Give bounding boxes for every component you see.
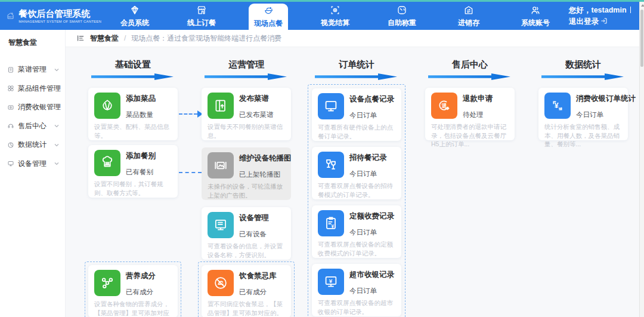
column-header: 数据统计 bbox=[538, 59, 628, 73]
card-stat-link[interactable]: 已有成分 bbox=[239, 288, 277, 297]
fixed-fee-icon: ¥ bbox=[323, 215, 339, 232]
nutrition-icon bbox=[99, 275, 116, 291]
flow-connector bbox=[179, 113, 197, 115]
nav-item-vision-checkout[interactable]: 视觉结算 bbox=[302, 2, 369, 30]
sidebar-item-dish-component[interactable]: 菜品组件管理 bbox=[0, 79, 65, 99]
chevron-down-icon bbox=[53, 160, 60, 167]
collapse-sidebar-icon[interactable] bbox=[76, 34, 85, 42]
svg-text:¥: ¥ bbox=[329, 278, 333, 284]
card-add-meal-type[interactable]: 添加餐别 已有餐别 设置不同餐别，其订餐规则、取餐方式等。 bbox=[88, 145, 178, 198]
card-stat-link[interactable]: 已发布菜谱 bbox=[239, 110, 274, 119]
vision-checkout-icon bbox=[329, 4, 341, 16]
carousel-icon bbox=[212, 157, 229, 174]
card-carousel-maintain[interactable]: 维护设备轮播图 已上架轮播图 未操作的设备，可轮流播放上架的广告图。 bbox=[202, 147, 291, 200]
system-title: 餐饮后台管理系统 bbox=[18, 8, 101, 20]
card-stat-link[interactable]: 今日订单 bbox=[349, 111, 394, 120]
top-navbar: 智慧食堂 餐饮后台管理系统 MANAGEMENT SYSTEM OF SMART… bbox=[0, 2, 639, 30]
svg-text:¥: ¥ bbox=[331, 224, 334, 229]
main-area: 智慧食堂 / 现场点餐：通过食堂现场智能终端进行点餐消费 基础设置 添加菜品 菜… bbox=[66, 30, 639, 317]
card-title: 设备点餐记录 bbox=[349, 94, 394, 104]
gem-icon bbox=[129, 4, 141, 16]
sidebar-item-cashier-manage[interactable]: 消费收银管理 bbox=[0, 98, 65, 117]
header-arrow bbox=[428, 73, 512, 80]
card-title: 饮食禁忌库 bbox=[239, 271, 277, 281]
nav-item-online-order[interactable]: 线上订餐 bbox=[168, 2, 235, 30]
breadcrumb-root[interactable]: 智慧食堂 bbox=[90, 33, 119, 44]
canteen-logo-icon: 智慧食堂 bbox=[7, 7, 14, 25]
nav-item-onsite-order[interactable]: 现场点餐 bbox=[235, 2, 302, 30]
dish-add-icon bbox=[99, 97, 116, 114]
scroll-up-arrow-icon[interactable] bbox=[641, 4, 644, 7]
card-title: 发布菜谱 bbox=[239, 94, 274, 104]
nav-item-label: 视觉结算 bbox=[321, 18, 349, 28]
card-title: 营养成分 bbox=[126, 271, 156, 281]
card-desc: 置不同病症饮食禁忌，【菜品管理】里可添加对应的。 bbox=[208, 300, 285, 317]
components-grid-icon bbox=[7, 85, 14, 92]
card-title: 消费收银订单统计 bbox=[576, 94, 636, 104]
chevron-down-icon bbox=[53, 122, 60, 130]
active-nav-tab: 现场点餐 bbox=[249, 4, 288, 30]
sidebar-item-device-manage[interactable]: 设备管理 bbox=[0, 155, 65, 174]
nav-item-label: 进销存 bbox=[458, 18, 479, 28]
vertical-scrollbar[interactable] bbox=[639, 2, 644, 317]
header-arrow bbox=[205, 73, 288, 80]
card-cashier-order-stats[interactable]: ¥ 消费收银订单统计 今日订单 统计分析食堂的销售额、成本、用餐人数，及各菜品销… bbox=[538, 88, 628, 140]
card-diet-taboo[interactable]: 饮食禁忌库 已有成分 置不同病症饮食禁忌，【菜品管理】里可添加对应的。 bbox=[202, 265, 291, 317]
reception-meal-icon bbox=[323, 156, 339, 173]
card-stat-link[interactable]: 今日订单 bbox=[576, 110, 636, 119]
card-publish-menu[interactable]: 发布菜谱 已发布菜谱 设置每天不同餐别的菜谱信息。 bbox=[202, 88, 291, 140]
card-title: 招待餐记录 bbox=[349, 153, 387, 163]
header-arrow bbox=[315, 73, 398, 80]
card-desc: 设置各种食物的营养成分，【菜品管理】里可添加对应的食物及分... bbox=[94, 300, 172, 317]
card-stat-link[interactable]: 今日订单 bbox=[349, 287, 394, 296]
card-stat-link[interactable]: 待处理 bbox=[463, 110, 493, 119]
card-stat-link[interactable]: 今日订单 bbox=[349, 170, 387, 178]
nav-item-system-account[interactable]: 系统账号 bbox=[502, 2, 569, 30]
card-market-cashier-record[interactable]: ¥ 超市收银记录 今日订单 可查看双屏点餐设备的超市收银的订单记录。 bbox=[312, 264, 401, 316]
logout-button[interactable]: 退出登录 bbox=[569, 17, 608, 26]
card-refund-request[interactable]: 退 退款申请 待处理 可处理消费者的退款申请记录，包括设备点餐及云餐厅H5上的订… bbox=[425, 88, 515, 140]
scrollbar-thumb[interactable] bbox=[640, 10, 643, 67]
nav-item-label: 线上订餐 bbox=[187, 18, 216, 28]
sidebar-item-recipe-manage[interactable]: 菜谱管理 bbox=[0, 60, 65, 79]
card-fixed-fee-record[interactable]: ¥ 定额收费记录 今日订单 可查看双屏点餐设备的定额收费模式的订单记录。 bbox=[312, 205, 401, 258]
sidebar-item-aftersale[interactable]: 售后中心 bbox=[0, 117, 65, 136]
card-stat-link[interactable]: 今日订单 bbox=[349, 228, 394, 237]
dashed-highlight-box: 营养成分 已有成分 设置各种食物的营养成分，【菜品管理】里可添加对应的食物及分.… bbox=[85, 261, 181, 317]
column-data-stats: 数据统计 ¥ 消费收银订单统计 今日订单 统计分析食堂的销售额、成本、用餐人数，… bbox=[538, 59, 628, 140]
card-stat-link[interactable]: 已有成分 bbox=[126, 288, 156, 297]
card-desc: 可查看设备的信息，并设置设备名称，方便识别。 bbox=[208, 242, 285, 259]
card-reception-meal-record[interactable]: 招待餐记录 今日订单 可查看双屏点餐设备的招待餐模式的订单记录。 bbox=[312, 147, 401, 199]
card-title: 定额收费记录 bbox=[349, 211, 394, 221]
card-stat-link[interactable]: 已有设备 bbox=[239, 230, 269, 239]
device-manage-icon bbox=[212, 217, 229, 233]
refund-icon: 退 bbox=[436, 97, 453, 114]
card-add-dish[interactable]: 添加菜品 菜品数量 设置菜类、配料、菜品信息等。 bbox=[88, 88, 178, 140]
nav-item-membership[interactable]: 会员系统 bbox=[101, 2, 168, 30]
sidebar-item-data-stats[interactable]: 数据统计 bbox=[0, 136, 65, 155]
column-basic-settings: 基础设置 添加菜品 菜品数量 设置菜类、配料、菜品信息等。 bbox=[88, 59, 178, 317]
dashed-highlight-box: 设备点餐记录 今日订单 可查看所有硬件设备上的点餐订单记录。 招待餐记录 今日订… bbox=[308, 84, 405, 317]
header-arrow bbox=[91, 73, 175, 80]
column-header: 订单统计 bbox=[308, 59, 405, 73]
nav-item-label: 现场点餐 bbox=[254, 19, 283, 29]
diet-taboo-icon bbox=[212, 275, 229, 291]
card-stat-link[interactable]: 菜品数量 bbox=[126, 110, 156, 119]
sidebar: 智慧食堂 菜谱管理 菜品组件管理 消费收银管理 售后中心 数据统计 设备管理 bbox=[0, 30, 66, 317]
sidebar-title: 智慧食堂 bbox=[0, 38, 65, 48]
card-device-order-record[interactable]: 设备点餐记录 今日订单 可查看所有硬件设备上的点餐订单记录。 bbox=[312, 88, 401, 141]
pie-chart-icon bbox=[7, 141, 14, 149]
card-desc: 统计分析食堂的销售额、成本、用餐人数，及各菜品销量、餐别等... bbox=[544, 122, 622, 149]
card-desc: 设置每天不同餐别的菜谱信息。 bbox=[208, 122, 285, 140]
card-nutrition[interactable]: 营养成分 已有成分 设置各种食物的营养成分，【菜品管理】里可添加对应的食物及分.… bbox=[88, 265, 178, 317]
card-stat-link[interactable]: 已上架轮播图 bbox=[239, 170, 292, 179]
inventory-icon bbox=[463, 4, 475, 16]
chevron-down-icon bbox=[53, 66, 60, 73]
self-weigh-icon bbox=[396, 4, 408, 16]
system-account-icon bbox=[530, 4, 541, 16]
nav-item-self-weigh[interactable]: 自助称重 bbox=[369, 2, 435, 30]
nav-item-inventory[interactable]: 进销存 bbox=[435, 2, 502, 30]
card-device-manage[interactable]: 设备管理 已有设备 可查看设备的信息，并设置设备名称，方便识别。 bbox=[202, 207, 291, 260]
card-stat-link[interactable]: 已有餐别 bbox=[126, 168, 156, 177]
card-title: 维护设备轮播图 bbox=[239, 153, 292, 164]
